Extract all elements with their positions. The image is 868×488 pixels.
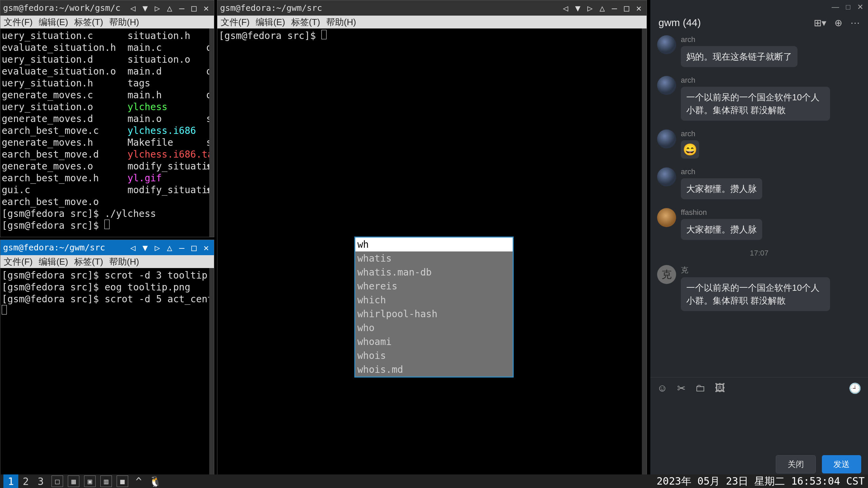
launcher-item[interactable]: whatis: [355, 251, 513, 265]
scrollbar[interactable]: [209, 268, 214, 479]
window-title: gsm@fedora:~/work/gsm/c: [3, 3, 128, 13]
window-title: gsm@fedora:~/gwm/src: [3, 243, 128, 252]
layout-filled-icon[interactable]: ■: [117, 475, 128, 487]
cursor-icon: [321, 30, 327, 39]
message-text[interactable]: 大家都懂。攒人脉: [681, 219, 762, 240]
avatar[interactable]: 克: [657, 265, 676, 284]
sender-name: ffashion: [681, 208, 762, 217]
close-icon[interactable]: [634, 3, 644, 13]
avatar[interactable]: [657, 129, 676, 148]
down-icon[interactable]: [573, 3, 583, 13]
terminal-output[interactable]: uery_situation.c situation.hevaluate_sit…: [0, 28, 214, 237]
scissors-icon[interactable]: ✂: [677, 382, 686, 394]
message-text[interactable]: 大家都懂。攒人脉: [681, 178, 762, 199]
menu-help[interactable]: 帮助(H): [326, 16, 356, 28]
prev-icon[interactable]: [560, 3, 571, 13]
avatar[interactable]: [657, 167, 676, 186]
layout-columns-icon[interactable]: ▥: [100, 475, 112, 487]
minimize-icon[interactable]: [177, 243, 187, 253]
minimize-icon[interactable]: [177, 3, 187, 13]
launcher-input[interactable]: [355, 238, 513, 251]
menu-tabs[interactable]: 标签(T): [74, 16, 103, 28]
avatar[interactable]: [657, 208, 676, 227]
menu-edit[interactable]: 编辑(E): [39, 256, 68, 268]
close-icon[interactable]: [201, 3, 211, 13]
avatar[interactable]: [657, 76, 676, 95]
down-icon[interactable]: [140, 243, 150, 253]
send-button[interactable]: 发送: [822, 455, 861, 473]
scrollbar[interactable]: [642, 28, 647, 479]
scrollbar[interactable]: [209, 28, 214, 237]
prev-icon[interactable]: [128, 243, 138, 253]
terminal-output[interactable]: [gsm@fedora src]$ scrot -d 3 tooltip.png…: [0, 268, 214, 479]
command-launcher: whatiswhatis.man-dbwhereiswhichwhirlpool…: [354, 237, 514, 378]
menu-tabs[interactable]: 标签(T): [74, 256, 103, 268]
folder-icon[interactable]: 🗀: [695, 382, 705, 394]
close-icon[interactable]: [201, 243, 211, 253]
menu-tabs[interactable]: 标签(T): [291, 16, 320, 28]
titlebar[interactable]: gsm@fedora:~/gwm/src: [0, 240, 214, 255]
maximize-icon[interactable]: [189, 243, 199, 253]
chat-message-list[interactable]: arch妈的。现在这条链子就断了arch一个以前呆的一个国企软件10个人小群。集…: [650, 35, 868, 377]
launcher-item[interactable]: whois.md: [355, 363, 513, 377]
menu-file[interactable]: 文件(F): [4, 256, 33, 268]
close-icon[interactable]: ✕: [857, 3, 863, 12]
window-controls: [128, 3, 211, 13]
launcher-item[interactable]: whirlpool-hash: [355, 307, 513, 321]
launcher-item[interactable]: who: [355, 321, 513, 335]
launcher-item[interactable]: whereis: [355, 279, 513, 293]
up-icon[interactable]: [597, 3, 607, 13]
menu-help[interactable]: 帮助(H): [109, 256, 139, 268]
layout-grid-icon[interactable]: ▦: [68, 475, 79, 487]
workspace-3[interactable]: 3: [33, 474, 48, 488]
tray-app-icon[interactable]: 🐧: [149, 475, 161, 487]
maximize-icon[interactable]: [189, 3, 199, 13]
caret-icon[interactable]: ^: [133, 475, 144, 487]
emoji-icon[interactable]: ☺: [657, 382, 668, 394]
menu-help[interactable]: 帮助(H): [109, 16, 139, 28]
layout-framed-icon[interactable]: ▣: [84, 475, 96, 487]
up-icon[interactable]: [164, 243, 175, 253]
message-text[interactable]: 一个以前呆的一个国企软件10个人小群。集体辞职 群没解散: [681, 87, 830, 121]
close-button[interactable]: 关闭: [776, 455, 816, 473]
window-controls: [560, 3, 644, 13]
launcher-item[interactable]: which: [355, 293, 513, 307]
chat-header-actions: ⊞▾ ⊕ ⋯: [814, 17, 860, 28]
chat-header: gwm (44) ⊞▾ ⊕ ⋯: [650, 12, 868, 35]
more-icon[interactable]: ⋯: [850, 17, 860, 28]
next-icon[interactable]: [152, 3, 162, 13]
terminal-menubar: 文件(F) 编辑(E) 标签(T) 帮助(H): [0, 255, 214, 268]
terminal-window-1: gsm@fedora:~/work/gsm/c 文件(F) 编辑(E) 标签(T…: [0, 0, 214, 237]
message-emoji[interactable]: 😄: [681, 140, 699, 159]
maximize-icon[interactable]: □: [846, 3, 850, 12]
next-icon[interactable]: [152, 243, 162, 253]
next-icon[interactable]: [585, 3, 595, 13]
launcher-item[interactable]: whoami: [355, 335, 513, 349]
avatar[interactable]: [657, 35, 676, 54]
up-icon[interactable]: [164, 3, 175, 13]
prompt: [gsm@fedora src]$: [219, 30, 321, 41]
grid-icon[interactable]: ⊞▾: [814, 17, 826, 28]
message-text[interactable]: 一个以前呆的一个国企软件10个人小群。集体辞职 群没解散: [681, 277, 830, 311]
workspace-2[interactable]: 2: [18, 474, 33, 488]
history-icon[interactable]: 🕘: [849, 382, 861, 394]
minimize-icon[interactable]: —: [832, 3, 839, 12]
add-user-icon[interactable]: ⊕: [834, 17, 842, 28]
menu-edit[interactable]: 编辑(E): [256, 16, 285, 28]
titlebar[interactable]: gsm@fedora:~/gwm/src: [217, 0, 647, 16]
menu-file[interactable]: 文件(F): [221, 16, 250, 28]
chat-message: arch大家都懂。攒人脉: [657, 167, 861, 199]
menu-edit[interactable]: 编辑(E): [39, 16, 68, 28]
maximize-icon[interactable]: [622, 3, 632, 13]
menu-file[interactable]: 文件(F): [4, 16, 33, 28]
message-text[interactable]: 妈的。现在这条链子就断了: [681, 46, 797, 67]
minimize-icon[interactable]: [609, 3, 619, 13]
prev-icon[interactable]: [128, 3, 138, 13]
titlebar[interactable]: gsm@fedora:~/work/gsm/c: [0, 0, 214, 16]
layout-single-icon[interactable]: □: [52, 475, 63, 487]
image-icon[interactable]: 🖼: [715, 382, 725, 394]
down-icon[interactable]: [140, 3, 150, 13]
launcher-item[interactable]: whatis.man-db: [355, 265, 513, 279]
launcher-item[interactable]: whois: [355, 349, 513, 363]
workspace-1[interactable]: 1: [3, 474, 18, 488]
